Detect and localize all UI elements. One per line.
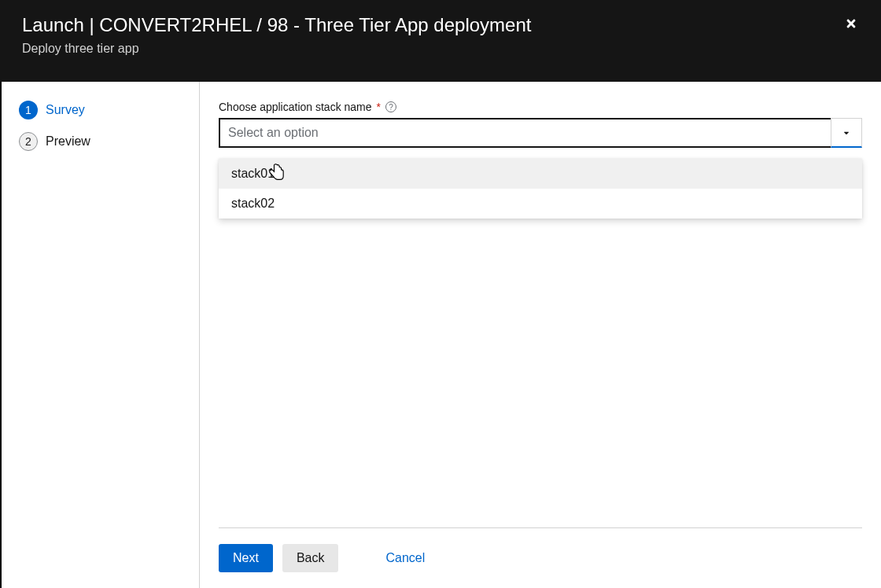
step-number-badge: 2 — [19, 132, 38, 151]
close-icon — [845, 17, 857, 30]
required-asterisk-icon: * — [377, 101, 381, 113]
back-button[interactable]: Back — [282, 544, 339, 572]
dropdown-option-stack01[interactable]: stack01 — [219, 159, 862, 189]
close-button[interactable] — [842, 14, 861, 33]
modal-subtitle: Deploy three tier app — [22, 42, 859, 56]
modal-title: Launch | CONVERT2RHEL / 98 - Three Tier … — [22, 13, 859, 37]
modal-header: Launch | CONVERT2RHEL / 98 - Three Tier … — [0, 0, 881, 82]
field-label-text: Choose application stack name — [219, 101, 372, 113]
wizard-main: Choose application stack name * ? Select… — [200, 82, 881, 588]
next-button[interactable]: Next — [219, 544, 273, 572]
modal-body: 1 Survey 2 Preview Choose application st… — [0, 82, 881, 588]
wizard-sidebar: 1 Survey 2 Preview — [2, 82, 200, 588]
form-area: Choose application stack name * ? Select… — [219, 101, 862, 527]
caret-down-icon — [842, 129, 850, 137]
select-toggle-button[interactable] — [831, 118, 862, 148]
wizard-step-preview[interactable]: 2 Preview — [19, 132, 182, 151]
stack-name-select[interactable]: Select an option stack01 stack02 — [219, 118, 862, 148]
select-dropdown: stack01 stack02 — [219, 159, 862, 219]
option-label: stack01 — [231, 167, 275, 180]
help-icon[interactable]: ? — [385, 101, 396, 112]
dropdown-option-stack02[interactable]: stack02 — [219, 189, 862, 219]
wizard-footer: Next Back Cancel — [219, 527, 862, 588]
cancel-button[interactable]: Cancel — [385, 544, 425, 572]
step-label: Survey — [46, 103, 85, 117]
step-label: Preview — [46, 134, 90, 149]
step-number-badge: 1 — [19, 101, 38, 119]
wizard-step-survey[interactable]: 1 Survey — [19, 101, 182, 119]
field-label-row: Choose application stack name * ? — [219, 101, 862, 113]
option-label: stack02 — [231, 197, 275, 210]
select-input-display[interactable]: Select an option — [219, 118, 831, 148]
